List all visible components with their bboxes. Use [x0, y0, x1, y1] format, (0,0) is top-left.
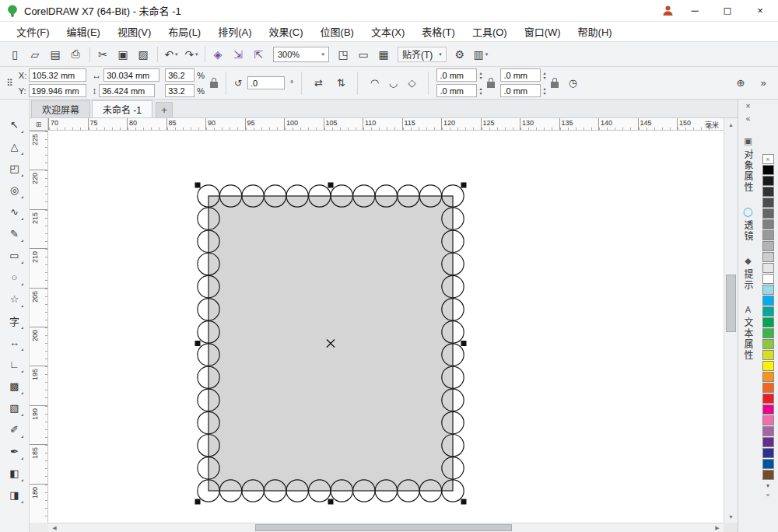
- palette-scroll-down-icon[interactable]: ▾: [758, 481, 778, 490]
- zoom-tool[interactable]: ◎: [5, 180, 25, 200]
- color-swatch[interactable]: [762, 459, 774, 469]
- color-swatch[interactable]: [762, 339, 774, 349]
- drop-shadow-tool[interactable]: ▩: [5, 376, 25, 396]
- docker-collapse-icon[interactable]: «: [738, 112, 758, 124]
- minimize-button[interactable]: ─: [683, 2, 706, 19]
- scroll-down-button[interactable]: ▼: [724, 510, 738, 523]
- color-swatch[interactable]: [762, 328, 774, 338]
- transparency-tool[interactable]: ▧: [5, 398, 25, 418]
- undo-icon[interactable]: ↶▾: [162, 45, 180, 64]
- show-rulers-icon[interactable]: ▭: [354, 45, 373, 64]
- color-swatch[interactable]: [762, 198, 774, 208]
- palette-flyout-icon[interactable]: »: [758, 490, 778, 499]
- object-height-input[interactable]: [99, 84, 155, 97]
- menu-item[interactable]: 文件(F): [8, 21, 58, 42]
- stepper[interactable]: ▴▾: [479, 86, 482, 96]
- vertical-scrollbar[interactable]: ▲ ▼: [724, 118, 738, 523]
- horizontal-scrollbar[interactable]: ◀ ▶: [48, 523, 724, 532]
- color-swatch[interactable]: [762, 394, 774, 404]
- color-swatch[interactable]: [762, 306, 774, 317]
- search-content-icon[interactable]: ◈: [209, 45, 228, 64]
- docker-close-icon[interactable]: ×: [738, 100, 758, 112]
- color-swatch[interactable]: [762, 176, 774, 186]
- color-swatch[interactable]: [762, 350, 774, 360]
- fill-tool[interactable]: ◧: [5, 464, 25, 483]
- color-swatch[interactable]: [762, 219, 774, 229]
- scroll-left-button[interactable]: ◀: [48, 523, 61, 532]
- color-swatch[interactable]: [762, 437, 774, 447]
- scale-y-input[interactable]: [165, 84, 194, 97]
- docker-tab-object-properties[interactable]: ▣ 对象属性: [738, 129, 758, 200]
- ellipse-tool[interactable]: ○: [5, 268, 25, 287]
- corner-radius-input[interactable]: [436, 84, 477, 97]
- pick-tool[interactable]: ↖: [5, 115, 25, 135]
- x-position-input[interactable]: [29, 68, 86, 82]
- docker-tab-hints[interactable]: ◆ 提示: [738, 249, 758, 298]
- docker-tab-lens[interactable]: ◯ 透镜: [738, 200, 758, 249]
- user-account-icon[interactable]: [662, 5, 674, 16]
- stepper[interactable]: ▴▾: [543, 86, 545, 96]
- crop-tool[interactable]: ◰: [5, 159, 25, 178]
- menu-item[interactable]: 视图(V): [109, 21, 159, 42]
- shape-tool[interactable]: △: [5, 137, 25, 156]
- menu-item[interactable]: 编辑(E): [58, 21, 109, 42]
- horizontal-scroll-track[interactable]: [61, 523, 711, 532]
- freehand-tool[interactable]: ∿: [5, 202, 25, 222]
- mirror-vertical-icon[interactable]: ⇅: [332, 75, 349, 92]
- app-launcher-icon[interactable]: ▥▾: [471, 45, 490, 64]
- vertical-scroll-thumb[interactable]: [726, 275, 736, 332]
- color-swatch[interactable]: [762, 241, 774, 251]
- propbar-overflow-icon[interactable]: »: [755, 75, 772, 92]
- menu-item[interactable]: 位图(B): [312, 21, 363, 42]
- close-button[interactable]: ×: [748, 2, 772, 19]
- color-swatch[interactable]: [762, 296, 774, 306]
- outline-pen-tool[interactable]: ✒: [5, 442, 25, 461]
- menu-item[interactable]: 布局(L): [159, 21, 209, 42]
- corner-radius-input[interactable]: [500, 84, 541, 97]
- stepper[interactable]: ▴▾: [543, 71, 545, 80]
- color-swatch[interactable]: [762, 285, 774, 295]
- fullscreen-preview-icon[interactable]: ◳: [334, 45, 352, 64]
- export-icon[interactable]: ⇱: [250, 45, 268, 64]
- color-swatch[interactable]: [762, 187, 774, 197]
- color-swatch[interactable]: [762, 361, 774, 371]
- polygon-tool[interactable]: ☆: [5, 289, 25, 309]
- scroll-up-button[interactable]: ▲: [724, 118, 738, 131]
- rectangle-tool[interactable]: ▭: [5, 246, 25, 265]
- corner-lock-icon[interactable]: [551, 82, 559, 88]
- color-swatch[interactable]: [762, 383, 774, 393]
- new-tab-button[interactable]: +: [156, 102, 173, 117]
- cut-icon[interactable]: ✂: [94, 45, 113, 64]
- open-icon[interactable]: ▱: [26, 45, 45, 64]
- selected-object-drawing[interactable]: [48, 131, 724, 523]
- zoom-level-select[interactable]: 300% ▾: [273, 47, 329, 62]
- maximize-button[interactable]: ◻: [716, 2, 739, 19]
- text-tool[interactable]: 字: [5, 311, 25, 331]
- straight-line-connector-tool[interactable]: ∟: [5, 355, 25, 374]
- print-icon[interactable]: ⎙: [67, 45, 86, 64]
- snap-to-dropdown[interactable]: 贴齐(T) ▾: [398, 47, 447, 62]
- color-swatch[interactable]: [762, 165, 774, 175]
- color-swatch[interactable]: [762, 252, 774, 262]
- no-color-swatch[interactable]: ×: [762, 154, 774, 164]
- ruler-origin[interactable]: ⊞: [30, 118, 48, 131]
- menu-item[interactable]: 文本(X): [363, 21, 413, 42]
- corner-radius-input[interactable]: [500, 68, 541, 82]
- color-swatch[interactable]: [762, 415, 774, 425]
- horizontal-scroll-thumb[interactable]: [255, 524, 512, 531]
- menu-item[interactable]: 帮助(H): [569, 21, 621, 42]
- mirror-horizontal-icon[interactable]: ⇄: [310, 75, 327, 92]
- plus-icon[interactable]: ⊕: [732, 75, 749, 92]
- color-swatch[interactable]: [762, 470, 774, 480]
- relative-corner-scaling-icon[interactable]: ◷: [564, 75, 581, 92]
- vertical-scroll-track[interactable]: [724, 131, 738, 510]
- copy-icon[interactable]: ▣: [114, 45, 133, 64]
- corner-round-icon[interactable]: ◠: [366, 75, 383, 92]
- tab-document[interactable]: 未命名 -1: [92, 100, 152, 117]
- docker-tab-text-properties[interactable]: A 文本属性: [738, 298, 758, 368]
- new-document-icon[interactable]: ▯: [6, 45, 25, 64]
- scale-ratio-lock-icon[interactable]: [210, 82, 218, 88]
- menu-item[interactable]: 效果(C): [261, 21, 312, 42]
- scale-x-input[interactable]: [165, 68, 194, 82]
- save-icon[interactable]: ▤: [47, 45, 65, 64]
